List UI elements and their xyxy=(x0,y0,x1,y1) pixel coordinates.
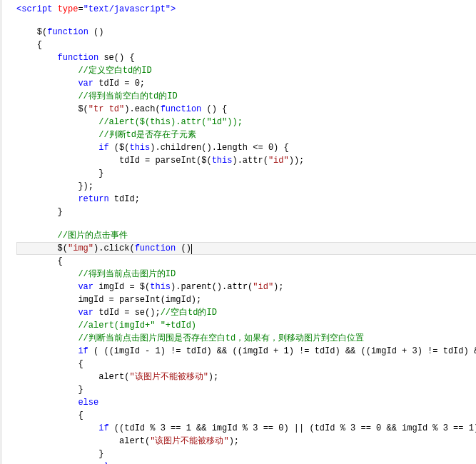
code-token: //得到当前空白的td的ID xyxy=(78,91,177,101)
code-token: if xyxy=(98,143,108,153)
code-token: () { xyxy=(201,104,227,114)
code-token: = xyxy=(78,4,83,14)
code-token xyxy=(16,346,78,356)
code-token: () xyxy=(88,27,104,37)
code-line: return tdId; xyxy=(16,193,476,206)
code-token: "该图片不能被移动" xyxy=(129,372,208,382)
code-token: { xyxy=(16,359,83,369)
code-token: $( xyxy=(16,243,68,253)
code-token: } xyxy=(16,449,103,459)
code-token: ); xyxy=(229,436,239,446)
code-line: alert("该图片不能被移动"); xyxy=(16,370,476,383)
code-token: $( xyxy=(16,104,88,114)
code-token: alert( xyxy=(16,436,150,446)
code-token xyxy=(16,130,98,140)
code-token xyxy=(16,66,78,76)
code-token: imgId = $( xyxy=(93,282,150,292)
code-token: tdId = 0; xyxy=(93,79,145,89)
code-token xyxy=(16,333,78,343)
code-token xyxy=(16,194,78,204)
code-token xyxy=(16,231,58,241)
code-token: script xyxy=(21,4,57,14)
code-token: if xyxy=(98,423,108,433)
code-line: } xyxy=(16,167,476,180)
code-token: //得到当前点击图片的ID xyxy=(78,269,176,279)
code-line: //alert($(this).attr("id")); xyxy=(16,116,476,128)
code-line xyxy=(16,16,476,26)
code-token xyxy=(16,91,78,101)
code-line: { xyxy=(16,255,476,268)
code-token: "tr td" xyxy=(88,104,124,114)
code-token: //定义空白td的ID xyxy=(78,66,151,76)
code-line: if ($(this).children().length <= 0) { xyxy=(16,141,476,154)
code-line: //判断td是否存在子元素 xyxy=(16,128,476,141)
code-line: if ((tdId % 3 == 1 && imgId % 3 == 0) ||… xyxy=(16,422,476,435)
code-token: this xyxy=(212,156,233,166)
code-line: var imgId = $(this).parent().attr("id"); xyxy=(16,281,476,293)
code-token: //alert(imgId+" "+tdId) xyxy=(78,321,196,331)
code-line: tdId = parseInt($(this).attr("id")); xyxy=(16,154,476,167)
code-token: function xyxy=(58,53,99,63)
code-line: //得到当前点击图片的ID xyxy=(16,268,476,281)
code-token: "该图片不能被移动" xyxy=(150,436,228,446)
code-line: function se() { xyxy=(16,51,476,64)
code-line: if ( ((imgId - 1) != tdId) && ((imgId + … xyxy=(16,345,476,358)
code-line: //alert(imgId+" "+tdId) xyxy=(16,319,476,332)
code-line: $("img").click(function () xyxy=(16,242,476,255)
code-token: var xyxy=(78,308,93,318)
code-token xyxy=(16,321,78,331)
code-token: ).attr( xyxy=(232,156,268,166)
code-token: this xyxy=(150,282,171,292)
code-token: var xyxy=(78,79,93,89)
text-cursor xyxy=(191,244,192,254)
code-token: { xyxy=(16,256,63,266)
code-line xyxy=(16,218,476,228)
code-line: $("tr td").each(function () { xyxy=(16,103,476,116)
code-line: //图片的点击事件 xyxy=(16,229,476,242)
code-token: tdId = parseInt($( xyxy=(16,156,212,166)
code-token: function xyxy=(47,27,88,37)
code-token: //空白td的ID xyxy=(161,308,217,318)
code-line: } xyxy=(16,383,476,396)
code-line: var tdId = se();//空白td的ID xyxy=(16,306,476,319)
code-line: }); xyxy=(16,180,476,193)
code-token xyxy=(16,308,78,318)
code-token: ).click( xyxy=(93,243,135,253)
code-line: $(function () xyxy=(16,26,476,39)
code-token: function xyxy=(161,104,202,114)
code-line: } xyxy=(16,206,476,218)
code-token xyxy=(16,143,98,153)
code-editor: <script type="text/javascript"> $(functi… xyxy=(0,0,476,464)
code-token xyxy=(16,398,78,408)
code-line: //定义空白td的ID xyxy=(16,64,476,77)
code-token: } xyxy=(16,207,63,217)
code-line: <script type="text/javascript"> xyxy=(16,3,476,16)
code-token: ); xyxy=(208,372,218,382)
code-line: alert("该图片不能被移动"); xyxy=(16,435,476,448)
code-token: "img" xyxy=(68,243,93,253)
code-token: //图片的点击事件 xyxy=(58,231,128,241)
code-token: tdId; xyxy=(109,194,140,204)
code-line: { xyxy=(16,358,476,370)
code-token: ( ((imgId - 1) != tdId) && ((imgId + 1) … xyxy=(88,346,476,356)
code-token: )); xyxy=(289,156,305,166)
code-token: if xyxy=(78,346,88,356)
code-token: //判断td是否存在子元素 xyxy=(98,130,196,140)
code-token: else xyxy=(78,398,98,408)
code-token: } xyxy=(16,385,83,395)
code-token: ($( xyxy=(109,143,130,153)
code-token: ).each( xyxy=(124,104,160,114)
code-line: { xyxy=(16,39,476,51)
code-token: ).children().length <= 0) { xyxy=(150,143,288,153)
code-line: } xyxy=(16,448,476,460)
code-token: tdId = se(); xyxy=(93,308,161,318)
code-token: imgId = parseInt(imgId); xyxy=(16,295,201,305)
code-token: ).parent().attr( xyxy=(171,282,253,292)
code-line: else xyxy=(16,396,476,409)
code-token xyxy=(16,282,78,292)
code-token: ); xyxy=(273,282,283,292)
code-line: var tdId = 0; xyxy=(16,77,476,90)
code-token: "text/javascript" xyxy=(83,4,171,14)
code-token: "id" xyxy=(253,282,273,292)
code-token xyxy=(16,79,78,89)
